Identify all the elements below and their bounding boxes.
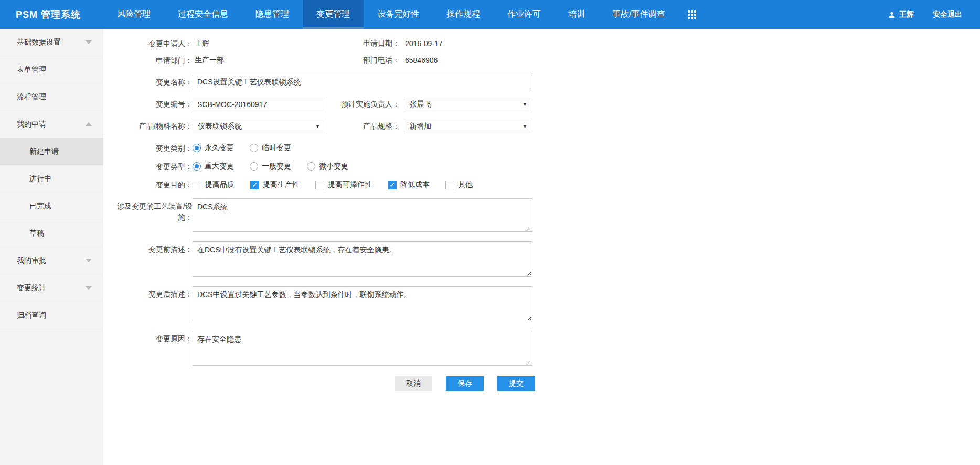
sidebar-item-flow-management[interactable]: 流程管理 (0, 83, 103, 111)
radio-icon[interactable] (250, 162, 258, 171)
radio-major-change[interactable]: 重大变更 (193, 162, 234, 171)
submit-button[interactable]: 提交 (497, 376, 535, 391)
form-row-reason: 变更原因： 存在安全隐患 (103, 331, 980, 366)
sidebar-item-base-data[interactable]: 基础数据设置 (0, 29, 103, 56)
sidebar-item-my-applications[interactable]: 我的申请 (0, 111, 103, 138)
department-value: 生产一部 (193, 56, 325, 65)
dropdown-arrow-icon: ▼ (523, 124, 527, 129)
nav-item-change-management[interactable]: 变更管理 (303, 0, 364, 29)
form-row-equipment: 涉及变更的工艺装置/设施： DCS系统 (103, 198, 980, 232)
sidebar-item-draft[interactable]: 草稿 (0, 220, 103, 247)
checkbox-icon[interactable] (388, 181, 397, 189)
radio-icon[interactable] (193, 162, 201, 171)
checkbox-improve-quality[interactable]: 提高品质 (193, 180, 235, 189)
radio-icon[interactable] (193, 144, 201, 152)
checkbox-label: 提高生产性 (263, 180, 300, 189)
product-name-selected-value: 仪表联锁系统 (198, 122, 242, 131)
form-row-change-category: 变更类别： 永久变更 临时变更 (103, 143, 980, 153)
apply-date-label: 申请日期： (325, 39, 404, 48)
form-row-department-phone: 申请部门： 生产一部 部门电话： 65846906 (103, 55, 980, 66)
change-no-input[interactable] (193, 97, 325, 112)
sidebar-item-in-progress[interactable]: 进行中 (0, 165, 103, 193)
change-name-label: 变更名称： (103, 77, 193, 87)
form-row-change-type: 变更类型： 重大变更 一般变更 微小变更 (103, 161, 980, 172)
apply-date-value: 2016-09-17 (404, 39, 532, 48)
form-row-change-purpose: 变更目的： 提高品质 提高生产性 提高可操作性 降低成本 (103, 179, 980, 190)
radio-general-change[interactable]: 一般变更 (250, 162, 291, 171)
sidebar-item-label: 基础数据设置 (17, 38, 61, 47)
radio-label: 重大变更 (205, 162, 234, 171)
checkbox-icon[interactable] (315, 181, 324, 189)
sidebar: 基础数据设置 表单管理 流程管理 我的申请 新建申请 进行中 已完成 (0, 29, 103, 465)
cancel-button[interactable]: 取消 (395, 376, 432, 391)
planned-owner-selected-value: 张晨飞 (409, 100, 431, 109)
nav-item-operating-procedures[interactable]: 操作规程 (433, 0, 494, 29)
after-desc-textarea[interactable]: DCS中设置过关键工艺参数，当参数达到条件时，联锁系统动作。 (193, 286, 532, 321)
reason-textarea[interactable]: 存在安全隐患 (193, 331, 532, 366)
sidebar-item-label: 流程管理 (17, 92, 46, 102)
equipment-textarea[interactable]: DCS系统 (193, 198, 532, 232)
checkbox-icon[interactable] (445, 181, 454, 189)
radio-icon[interactable] (307, 162, 315, 171)
equipment-label: 涉及变更的工艺装置/设施： (103, 198, 193, 223)
change-application-form: 变更申请人： 王辉 申请日期： 2016-09-17 申请部门： 生产一部 部门… (103, 29, 980, 465)
radio-temporary-change[interactable]: 临时变更 (250, 143, 291, 153)
nav-item-training[interactable]: 培训 (555, 0, 599, 29)
product-spec-label: 产品规格： (325, 122, 404, 131)
top-navigation-bar: PSM 管理系统 风险管理 过程安全信息 隐患管理 变更管理 设备完好性 操作规… (0, 0, 980, 29)
user-icon (888, 10, 896, 19)
form-row-before-desc: 变更前描述： 在DCS中没有设置关键工艺仪表联锁系统，存在着安全隐患。 (103, 241, 980, 277)
sidebar-item-label: 表单管理 (17, 65, 46, 75)
sidebar-item-my-approvals[interactable]: 我的审批 (0, 247, 103, 274)
applicant-label: 变更申请人： (103, 38, 193, 49)
nav-item-incident-investigation[interactable]: 事故/事件调查 (599, 0, 678, 29)
checkbox-other[interactable]: 其他 (445, 180, 473, 189)
checkbox-label: 提高可操作性 (328, 180, 372, 189)
topbar-right: 王辉 安全退出 (888, 0, 980, 29)
change-category-label: 变更类别： (103, 143, 193, 153)
change-no-label: 变更编号： (103, 99, 193, 109)
sidebar-item-archive-search[interactable]: 归档查询 (0, 302, 103, 329)
product-spec-selected-value: 新增加 (409, 122, 431, 131)
applicant-value: 王辉 (193, 39, 325, 48)
nav-item-work-permit[interactable]: 作业许可 (494, 0, 555, 29)
save-button[interactable]: 保存 (446, 376, 484, 391)
change-name-input[interactable] (193, 75, 532, 90)
checkbox-reduce-cost[interactable]: 降低成本 (388, 180, 430, 189)
user-menu[interactable]: 王辉 (888, 10, 914, 19)
checkbox-label: 提高品质 (205, 180, 235, 189)
checkbox-icon[interactable] (193, 181, 201, 189)
sidebar-item-label: 进行中 (29, 174, 51, 184)
nav-item-risk[interactable]: 风险管理 (103, 0, 164, 29)
sidebar-item-form-management[interactable]: 表单管理 (0, 56, 103, 83)
change-purpose-label: 变更目的： (103, 179, 193, 190)
sidebar-item-change-statistics[interactable]: 变更统计 (0, 274, 103, 302)
change-type-label: 变更类型： (103, 161, 193, 172)
sidebar-item-new-application[interactable]: 新建申请 (0, 138, 103, 165)
apps-grid-icon[interactable] (688, 10, 696, 19)
nav-item-process-safety-info[interactable]: 过程安全信息 (164, 0, 242, 29)
checkbox-icon[interactable] (250, 181, 259, 189)
form-row-after-desc: 变更后描述： DCS中设置过关键工艺参数，当参数达到条件时，联锁系统动作。 (103, 286, 980, 321)
form-row-applicant-date: 变更申请人： 王辉 申请日期： 2016-09-17 (103, 38, 980, 49)
sidebar-item-label: 我的申请 (17, 120, 46, 129)
product-name-select[interactable]: 仪表联锁系统 ▼ (193, 119, 325, 134)
radio-label: 微小变更 (319, 162, 348, 171)
radio-permanent-change[interactable]: 永久变更 (193, 143, 234, 153)
dropdown-arrow-icon: ▼ (523, 102, 527, 107)
checkbox-label: 降低成本 (400, 180, 430, 189)
product-spec-select[interactable]: 新增加 ▼ (404, 119, 532, 134)
reason-label: 变更原因： (103, 331, 193, 344)
nav-item-equipment-integrity[interactable]: 设备完好性 (364, 0, 433, 29)
radio-minor-change[interactable]: 微小变更 (307, 162, 348, 171)
logout-button[interactable]: 安全退出 (933, 10, 962, 19)
sidebar-item-completed[interactable]: 已完成 (0, 193, 103, 220)
before-desc-textarea[interactable]: 在DCS中没有设置关键工艺仪表联锁系统，存在着安全隐患。 (193, 241, 532, 277)
radio-icon[interactable] (250, 144, 258, 152)
nav-item-hazard[interactable]: 隐患管理 (242, 0, 303, 29)
form-row-product: 产品/物料名称： 仪表联锁系统 ▼ 产品规格： 新增加 ▼ (103, 119, 980, 134)
checkbox-improve-productivity[interactable]: 提高生产性 (250, 180, 300, 189)
user-name: 王辉 (899, 10, 914, 19)
planned-owner-select[interactable]: 张晨飞 ▼ (404, 97, 532, 112)
checkbox-improve-operability[interactable]: 提高可操作性 (315, 180, 372, 189)
